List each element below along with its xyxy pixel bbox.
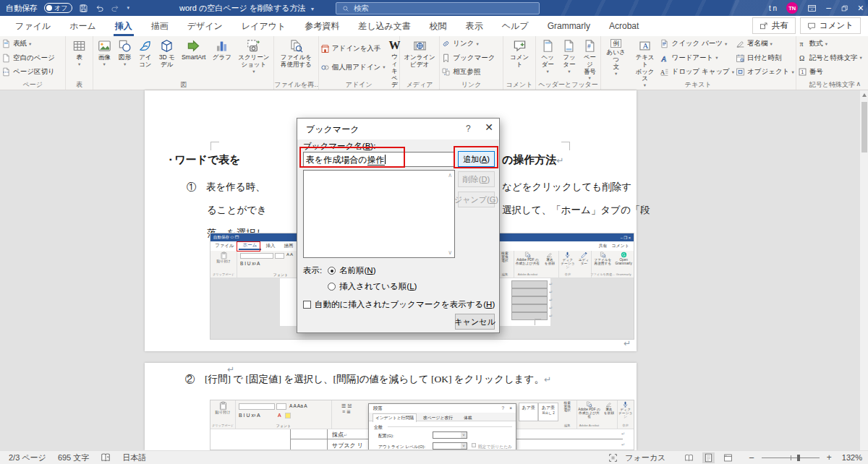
tab-grammarly[interactable]: Grammarly [538,16,600,36]
number-button[interactable]: 番号 [798,67,823,77]
table-button[interactable]: 表▾ [70,38,88,80]
tab-layout[interactable]: レイアウト [232,16,295,36]
print-layout-button[interactable] [702,452,715,463]
read-mode-button[interactable] [683,452,695,463]
bookmark-list[interactable]: ∧ ∨ [303,170,455,258]
tab-design[interactable]: デザイン [178,16,232,36]
cancel-button[interactable]: キャンセル [455,314,495,330]
bookmark-icon [441,53,451,63]
tab-references[interactable]: 参考資料 [295,16,349,36]
object-button[interactable]: オブジェクト▾ [736,67,794,77]
page-break-button[interactable]: ページ区切り [1,67,55,77]
hidden-bookmarks-checkbox[interactable]: 自動的に挿入されたブックマークを表示する(H) [303,299,495,310]
zoom-slider-thumb[interactable] [797,455,800,461]
icons-button[interactable]: アイ コン [136,38,154,80]
zoom-out-button[interactable]: − [749,452,754,463]
textbox-button[interactable]: テキスト ボックス▾ [631,38,659,80]
tab-acrobat[interactable]: Acrobat [600,16,648,36]
reuse-files-button[interactable]: ファイルを 再使用する [278,38,315,80]
date-time-button[interactable]: 日付と時刻 [736,53,782,63]
chart-button[interactable]: グラフ [210,38,234,80]
search-box[interactable]: 検索 [336,2,540,14]
blank-page-button[interactable]: 空白のページ [1,53,55,63]
autosave-toggle[interactable]: オフ [44,3,72,13]
scroll-up-icon[interactable]: ∧ [448,172,452,179]
symbol-button[interactable]: 記号と特殊文字▾ [798,53,862,63]
radio-sort-by-location[interactable]: 挿入されている順(L) [328,281,417,292]
tab-home[interactable]: ホーム [60,16,106,36]
pictures-button[interactable]: 画像▾ [95,38,114,80]
language-indicator[interactable]: 日本語 [122,452,146,463]
redo-icon[interactable] [111,4,120,13]
page-number-button[interactable]: ページ 番号▾ [581,38,599,80]
my-addins-button[interactable]: 個人用アドイン▾ [320,63,386,72]
signature-line-button[interactable]: 署名欄▾ [736,39,773,48]
3d-models-button[interactable]: 3D モ デル [157,38,177,80]
scroll-down-icon[interactable]: ∨ [448,249,452,256]
scroll-up-arrow-icon[interactable] [862,93,867,97]
add-button[interactable]: 追加(A) [458,151,495,167]
word-count[interactable]: 695 文字 [58,452,89,463]
radio-sort-by-name[interactable]: 名前順(N) [328,265,376,276]
get-addins-button[interactable]: アドインを入手 [320,44,381,53]
focus-mode-button[interactable]: フォーカス [625,452,665,463]
ribbon-display-options-icon[interactable] [807,4,817,13]
tab-insert[interactable]: 挿入 [106,16,142,36]
ribbon-group-header-footer: ヘッダー▾ フッター▾ ページ 番号▾ ヘッダーとフッター [536,36,600,90]
quick-parts-button[interactable]: クイック パーツ▾ [660,39,727,48]
dialog-help-button[interactable]: ? [466,124,471,134]
embed2-collapse-label: 既定で折りたたみ(E) [478,444,516,450]
delete-button[interactable]: 削除(D) [458,171,495,187]
zoom-in-button[interactable]: + [827,452,832,463]
scrollbar-thumb[interactable] [861,102,867,152]
document-title[interactable]: word の空白ページ を削除する方法▼ [179,3,315,14]
goto-button[interactable]: ジャンプ(G) [458,192,495,207]
bookmark-name-input[interactable]: 表を作成場合の操作 [303,152,455,167]
tab-draw[interactable]: 描画 [142,16,178,36]
tab-help[interactable]: ヘルプ [493,16,538,36]
symbol-icon [798,53,807,63]
close-button[interactable]: × [858,2,864,14]
wordart-button[interactable]: ワードアート▾ [660,53,718,63]
my-addins-icon [320,63,330,72]
cross-reference-button[interactable]: 相互参照 [441,67,480,77]
zoom-level[interactable]: 132% [842,453,862,462]
footer-button[interactable]: フッター▾ [559,38,579,80]
text-caret [385,155,386,164]
tab-review[interactable]: 校閲 [420,16,456,36]
online-video-button[interactable]: オンライン ビデオ [401,38,438,80]
blank-page-icon [1,53,11,63]
restore-button[interactable] [841,4,848,12]
web-layout-button[interactable] [722,452,734,463]
customize-qat-icon[interactable]: ▾ [127,5,129,11]
undo-icon[interactable] [95,4,104,13]
drop-cap-button[interactable]: ドロップ キャップ▾ [660,67,734,77]
page-indicator[interactable]: 2/3 ページ [9,452,46,463]
save-icon[interactable] [79,4,88,13]
new-comment-button[interactable]: コメント [505,38,535,80]
screenshot-button[interactable]: スクリーン ショット▾ [236,38,271,80]
equation-button[interactable]: 数式▾ [798,39,827,48]
embed2-dialog-tab3: 体裁 [461,414,475,422]
bookmark-button[interactable]: ブックマーク [441,53,495,63]
avatar[interactable]: TN [786,2,798,14]
margin-corner-mark [210,142,219,150]
tab-file[interactable]: ファイル [6,16,60,36]
minimize-button[interactable]: – [826,3,831,13]
smartart-button[interactable]: SmartArt [179,38,208,80]
reuse-files-icon [289,39,303,53]
proofing-icon[interactable] [101,452,111,463]
comments-button[interactable]: コメント [800,17,861,34]
dialog-close-button[interactable]: ✕ [482,121,496,133]
cover-page-button[interactable]: 表紙▾ [1,39,31,48]
shapes-button[interactable]: 図形▾ [116,38,134,80]
vertical-scrollbar[interactable] [859,90,868,450]
header-button[interactable]: ヘッダー▾ [537,38,558,80]
greeting-button[interactable]: 例あいさつ 文▾ [603,38,630,80]
tab-mailings[interactable]: 差し込み文書 [349,16,420,36]
share-button[interactable]: 共有 [752,17,796,34]
collapse-ribbon-icon[interactable]: ∧ [856,80,861,87]
zoom-slider[interactable] [762,457,820,458]
link-button[interactable]: リンク▾ [441,39,478,48]
tab-view[interactable]: 表示 [456,16,493,36]
